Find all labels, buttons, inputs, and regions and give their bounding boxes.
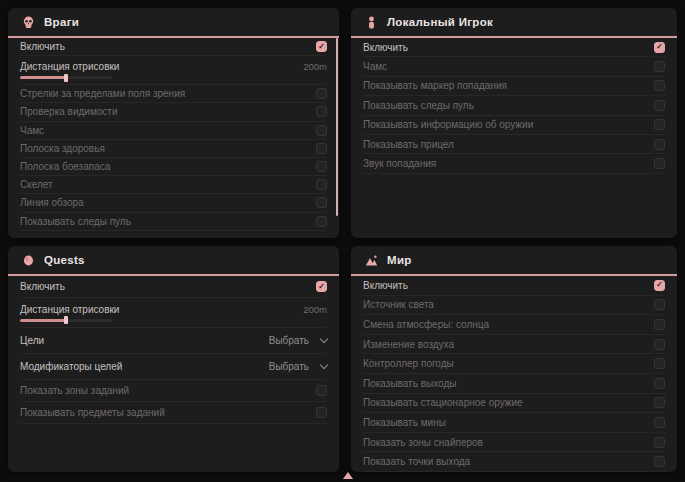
- setting-label: Цели: [20, 335, 44, 346]
- slider-value: 200m: [303, 304, 327, 315]
- setting-row[interactable]: Показать зоны снайперов: [363, 433, 665, 453]
- setting-row[interactable]: Включить✓: [20, 38, 327, 56]
- setting-label: Модификаторы целей: [20, 361, 122, 372]
- checkbox[interactable]: [654, 100, 665, 111]
- checkbox[interactable]: [654, 378, 665, 389]
- checkbox[interactable]: [316, 407, 327, 418]
- scroll-up-indicator-icon[interactable]: [343, 472, 353, 479]
- setting-row[interactable]: Показать точки выхода: [363, 452, 665, 472]
- setting-row[interactable]: Линия обзора: [20, 194, 327, 212]
- setting-row[interactable]: Показывать прицел: [363, 135, 665, 154]
- slider[interactable]: [20, 319, 112, 322]
- checkbox[interactable]: [654, 319, 665, 330]
- checkbox[interactable]: ✓: [654, 42, 665, 53]
- dropdown[interactable]: Выбрать: [269, 361, 327, 372]
- slider[interactable]: [20, 76, 112, 79]
- setting-label: Смена атмосферы: солнца: [363, 319, 489, 330]
- checkbox[interactable]: [316, 143, 327, 154]
- setting-label: Показывать маркер попадания: [363, 80, 507, 91]
- checkbox[interactable]: [316, 385, 327, 396]
- setting-row[interactable]: Звук попадания: [363, 154, 665, 173]
- setting-row[interactable]: Скелет: [20, 176, 327, 194]
- setting-label: Показывать мины: [363, 417, 446, 428]
- setting-row[interactable]: Источник света: [363, 296, 665, 316]
- setting-row[interactable]: Дистанция отрисовки200m: [20, 56, 327, 85]
- scrollbar[interactable]: [336, 38, 339, 216]
- checkbox[interactable]: [316, 179, 327, 190]
- checkbox[interactable]: [654, 358, 665, 369]
- checkbox[interactable]: ✓: [316, 281, 327, 292]
- dropdown[interactable]: Выбрать: [269, 335, 327, 346]
- setting-row[interactable]: Показывать предметы заданий: [20, 402, 327, 424]
- quest-circle-icon: [22, 254, 35, 267]
- slider-handle[interactable]: [64, 316, 68, 324]
- slider-value: 200m: [303, 61, 327, 72]
- setting-row[interactable]: Контроллер погоды: [363, 354, 665, 374]
- setting-row[interactable]: Показать зоны заданий: [20, 380, 327, 402]
- checkbox[interactable]: ✓: [316, 41, 327, 52]
- slider-fill: [20, 76, 66, 79]
- checkbox[interactable]: [316, 216, 327, 227]
- setting-label: Источник света: [363, 299, 434, 310]
- setting-row[interactable]: Показывать информацию об оружии: [363, 116, 665, 135]
- checkbox[interactable]: [654, 417, 665, 428]
- panel-world: Мир Включить✓Источник светаСмена атмосфе…: [351, 246, 677, 472]
- setting-row[interactable]: Показывать выходы: [363, 374, 665, 394]
- setting-row[interactable]: Полоска здоровья: [20, 140, 327, 158]
- setting-label: Показать точки выхода: [363, 456, 470, 467]
- setting-row[interactable]: Включить✓: [363, 38, 665, 57]
- slider-fill: [20, 319, 66, 322]
- checkbox[interactable]: [654, 61, 665, 72]
- setting-row[interactable]: Показывать следы пуль: [20, 213, 327, 231]
- setting-label: Показывать следы пуль: [20, 216, 131, 227]
- panel-quests: Quests Включить✓Дистанция отрисовки200mЦ…: [8, 246, 339, 472]
- skull-icon: [22, 16, 35, 29]
- slider-handle[interactable]: [64, 74, 68, 82]
- checkbox[interactable]: [654, 119, 665, 130]
- setting-label: Дистанция отрисовки: [20, 61, 119, 72]
- checkbox[interactable]: [316, 88, 327, 99]
- dropdown-value: Выбрать: [269, 335, 309, 346]
- panel-enemies: Враги Включить✓Дистанция отрисовки200mСт…: [8, 8, 339, 238]
- setting-row[interactable]: Показывать следы пуль: [363, 96, 665, 115]
- setting-row[interactable]: Показывать стационарное оружие: [363, 394, 665, 414]
- setting-label: Включить: [20, 41, 65, 52]
- setting-row[interactable]: Чамс: [20, 122, 327, 140]
- setting-label: Полоска боезапаса: [20, 161, 110, 172]
- checkbox[interactable]: [654, 397, 665, 408]
- setting-row[interactable]: Показывать мины: [363, 413, 665, 433]
- setting-row[interactable]: Дистанция отрисовки200m: [20, 298, 327, 328]
- setting-row[interactable]: Смена атмосферы: солнца: [363, 315, 665, 335]
- panel-local-player: Локальный Игрок Включить✓ЧамсПоказывать …: [351, 8, 677, 238]
- setting-row[interactable]: Стрелки за пределами поля зрения: [20, 85, 327, 103]
- setting-row[interactable]: Показывать маркер попадания: [363, 77, 665, 96]
- checkbox[interactable]: [654, 80, 665, 91]
- checkbox[interactable]: ✓: [654, 280, 665, 291]
- setting-label: Чамс: [20, 125, 44, 136]
- setting-row[interactable]: Изменение воздуха: [363, 335, 665, 355]
- checkbox[interactable]: [654, 437, 665, 448]
- panel-title: Локальный Игрок: [387, 16, 493, 28]
- checkbox[interactable]: [316, 161, 327, 172]
- panel-enemies-body: Включить✓Дистанция отрисовки200mСтрелки …: [8, 38, 339, 231]
- checkbox[interactable]: [316, 197, 327, 208]
- checkbox[interactable]: [654, 139, 665, 150]
- setting-row[interactable]: Полоска боезапаса: [20, 158, 327, 176]
- setting-row[interactable]: Проверка видимости: [20, 103, 327, 121]
- checkbox[interactable]: [316, 125, 327, 136]
- setting-row[interactable]: Включить✓: [20, 276, 327, 298]
- checkbox[interactable]: [654, 339, 665, 350]
- setting-label: Показывать следы пуль: [363, 100, 474, 111]
- setting-row[interactable]: Включить✓: [363, 276, 665, 296]
- checkbox[interactable]: [316, 106, 327, 117]
- panel-title: Враги: [44, 16, 79, 28]
- checkbox[interactable]: [654, 158, 665, 169]
- checkbox[interactable]: [654, 456, 665, 467]
- setting-label: Проверка видимости: [20, 106, 118, 117]
- panel-quests-body: Включить✓Дистанция отрисовки200mЦелиВыбр…: [8, 276, 339, 424]
- setting-row[interactable]: ЦелиВыбрать: [20, 328, 327, 354]
- setting-row[interactable]: Чамс: [363, 57, 665, 76]
- setting-label: Включить: [363, 280, 408, 291]
- setting-row[interactable]: Модификаторы целейВыбрать: [20, 354, 327, 380]
- checkbox[interactable]: [654, 299, 665, 310]
